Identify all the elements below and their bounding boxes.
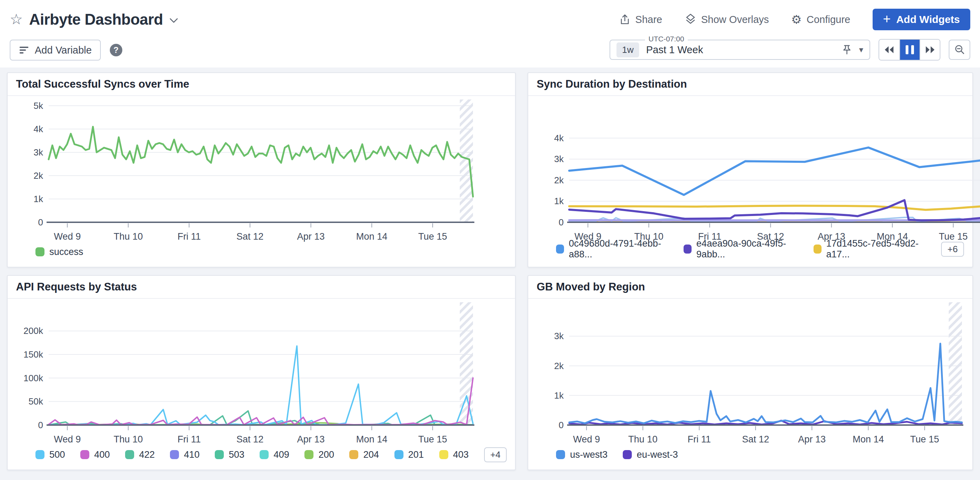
time-range-chip: 1w: [617, 42, 639, 57]
top-bar: ☆ Airbyte Dashboard Share: [0, 0, 980, 67]
svg-text:200k: 200k: [24, 325, 43, 336]
chart-legend: success: [8, 244, 515, 267]
svg-text:1k: 1k: [554, 390, 564, 401]
legend-item[interactable]: 400: [80, 450, 110, 460]
chart-legend: us-west3eu-west-3: [528, 447, 972, 470]
widget-sync-duration: Sync Duration by Destination 4k3k2k1k0We…: [528, 72, 973, 268]
legend-swatch: [556, 244, 564, 254]
pause-icon: [906, 45, 914, 54]
help-icon[interactable]: ?: [110, 44, 123, 56]
svg-text:0: 0: [38, 420, 43, 430]
share-button[interactable]: Share: [619, 14, 662, 26]
widget-gb-moved: GB Moved by Region 3k2k1k0Wed 9Thu 10Fri…: [528, 275, 973, 470]
legend-item[interactable]: 503: [215, 450, 244, 460]
chart-canvas-api-requests[interactable]: 200k150k100k50k0Wed 9Thu 10Fri 11Sat 12A…: [8, 299, 515, 447]
legend-swatch: [215, 450, 224, 459]
legend-label: 200: [318, 450, 334, 460]
legend-overflow-button[interactable]: +4: [484, 447, 507, 462]
zoom-out-icon: [954, 44, 965, 55]
svg-text:150k: 150k: [24, 349, 43, 360]
svg-text:Fri 11: Fri 11: [178, 434, 201, 445]
svg-text:3k: 3k: [34, 147, 43, 158]
svg-text:Mon 14: Mon 14: [853, 434, 884, 445]
legend-item[interactable]: 204: [349, 450, 379, 460]
time-range-picker[interactable]: UTC-07:00 1w Past 1 Week ▾: [609, 40, 870, 60]
line-chart-svg: 200k150k100k50k0Wed 9Thu 10Fri 11Sat 12A…: [8, 299, 484, 447]
svg-text:Thu 10: Thu 10: [628, 434, 657, 445]
chevron-down-icon[interactable]: [169, 18, 178, 23]
widget-title: Sync Duration by Destination: [536, 78, 687, 90]
legend-item[interactable]: 403: [439, 450, 469, 460]
legend-label: 204: [363, 450, 379, 460]
time-forward-button[interactable]: [920, 40, 940, 60]
svg-text:Tue 15: Tue 15: [910, 434, 939, 445]
favorite-star-icon[interactable]: ☆: [10, 12, 23, 27]
legend-label: 503: [229, 450, 244, 460]
widget-header[interactable]: Total Successful Syncs over Time: [8, 73, 515, 96]
legend-item[interactable]: 409: [259, 450, 289, 460]
legend-item[interactable]: 200: [304, 450, 334, 460]
widget-header[interactable]: Sync Duration by Destination: [528, 73, 972, 96]
svg-text:5k: 5k: [34, 100, 43, 111]
time-dropdown-caret[interactable]: ▾: [859, 45, 863, 54]
overlays-icon: [685, 14, 697, 26]
page-title: Airbyte Dashboard: [29, 11, 163, 28]
chart-canvas-sync-duration[interactable]: 4k3k2k1k0Wed 9Thu 10Fri 11Sat 12Apr 13Mo…: [528, 96, 972, 238]
legend-label: eu-west-3: [636, 450, 678, 460]
legend-label: 400: [94, 450, 110, 460]
fast-forward-icon: [925, 46, 935, 54]
svg-text:0: 0: [559, 420, 564, 430]
show-overlays-button[interactable]: Show Overlays: [685, 14, 769, 26]
timezone-label: UTC-07:00: [645, 35, 688, 43]
configure-button[interactable]: ⚙ Configure: [791, 14, 850, 26]
svg-text:Wed 9: Wed 9: [574, 231, 601, 242]
legend-item[interactable]: 201: [395, 450, 424, 460]
svg-text:4k: 4k: [554, 133, 564, 143]
add-variable-button[interactable]: Add Variable: [10, 40, 101, 61]
svg-text:Sat 12: Sat 12: [742, 434, 769, 445]
add-widgets-button[interactable]: + Add Widgets: [873, 9, 970, 30]
legend-item[interactable]: 422: [125, 450, 154, 460]
legend-swatch: [349, 450, 358, 459]
line-chart-svg: 3k2k1k0Wed 9Thu 10Fri 11Sat 12Apr 13Mon …: [528, 299, 972, 447]
legend-swatch: [304, 450, 313, 459]
svg-text:1k: 1k: [34, 194, 43, 204]
legend-label: 500: [49, 450, 65, 460]
svg-text:3k: 3k: [554, 331, 564, 341]
widget-title: GB Moved by Region: [536, 281, 645, 293]
svg-text:0: 0: [559, 217, 564, 228]
widget-title: Total Successful Syncs over Time: [16, 78, 189, 90]
svg-text:Fri 11: Fri 11: [178, 231, 201, 242]
widget-header[interactable]: API Requests by Status: [8, 276, 515, 299]
chart-canvas-total-syncs[interactable]: 5k4k3k2k1k0Wed 9Thu 10Fri 11Sat 12Apr 13…: [8, 96, 515, 244]
legend-swatch: [439, 450, 448, 459]
svg-text:Sat 12: Sat 12: [236, 434, 263, 445]
chart-canvas-gb-moved[interactable]: 3k2k1k0Wed 9Thu 10Fri 11Sat 12Apr 13Mon …: [528, 299, 972, 447]
legend-item[interactable]: success: [35, 247, 83, 257]
share-icon: [619, 14, 630, 25]
legend-swatch: [125, 450, 134, 459]
legend-swatch: [684, 244, 691, 254]
pin-icon[interactable]: [842, 44, 852, 55]
svg-text:Apr 13: Apr 13: [297, 231, 325, 242]
widget-header[interactable]: GB Moved by Region: [528, 276, 972, 299]
svg-text:Tue 15: Tue 15: [418, 231, 447, 242]
legend-item[interactable]: us-west3: [556, 450, 608, 460]
svg-text:Fri 11: Fri 11: [688, 434, 711, 445]
widget-total-successful-syncs: Total Successful Syncs over Time 5k4k3k2…: [7, 72, 516, 268]
legend-label: us-west3: [570, 450, 608, 460]
time-backward-button[interactable]: [879, 40, 899, 60]
svg-text:2k: 2k: [34, 171, 43, 181]
legend-label: 409: [274, 450, 289, 460]
dashboard-title-group[interactable]: ☆ Airbyte Dashboard: [10, 11, 178, 28]
legend-item[interactable]: eu-west-3: [623, 450, 678, 460]
widget-api-requests: API Requests by Status 200k150k100k50k0W…: [7, 275, 516, 470]
zoom-out-button[interactable]: [949, 40, 970, 60]
legend-item[interactable]: 500: [35, 450, 65, 460]
legend-item[interactable]: 410: [170, 450, 199, 460]
line-chart-svg: 4k3k2k1k0Wed 9Thu 10Fri 11Sat 12Apr 13Mo…: [528, 96, 980, 244]
line-chart-svg: 5k4k3k2k1k0Wed 9Thu 10Fri 11Sat 12Apr 13…: [8, 96, 484, 244]
svg-text:Thu 10: Thu 10: [634, 231, 663, 242]
time-pause-button[interactable]: [899, 40, 920, 60]
legend-swatch: [813, 244, 821, 254]
